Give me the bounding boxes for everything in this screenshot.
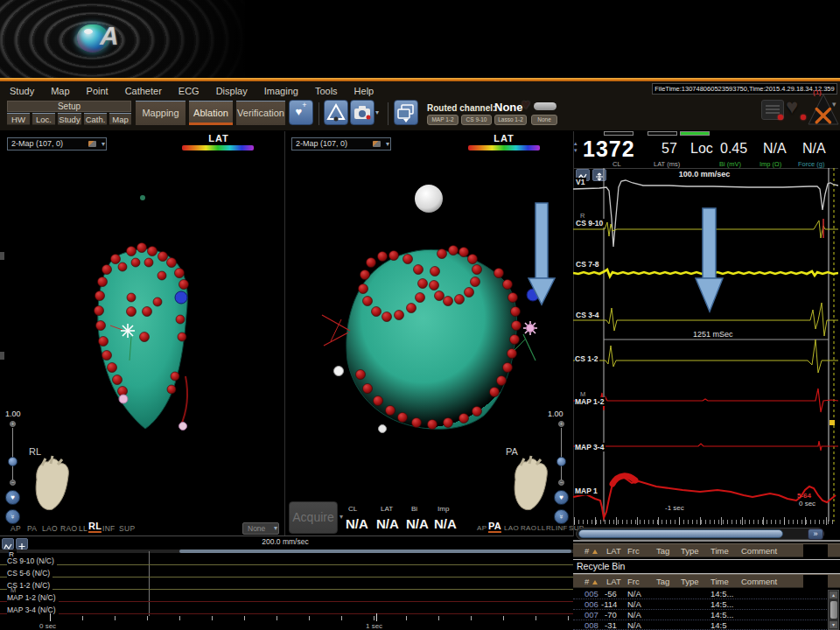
routed-option-cs910[interactable]: CS 9-10 [461,115,492,125]
routed-heart-toggle[interactable] [534,102,556,110]
balloon-catheter-button[interactable] [324,100,348,125]
acquire-button[interactable]: Acquire [289,501,338,534]
col-type[interactable]: Type [681,546,699,556]
point-spinner-down[interactable]: ▾ [574,148,578,153]
zoom-slider-knob-center[interactable] [556,457,566,466]
orient-pa-left[interactable]: PA [27,524,37,533]
orient-sup-left[interactable]: SUP [119,524,135,533]
mapping-mode-button[interactable]: Mapping [136,101,186,125]
setup-cath-button[interactable]: Cath. [84,113,107,125]
review-hscroll-thumb[interactable] [179,550,571,553]
review-tick-1sec [376,613,377,621]
orient-ll-center[interactable]: LL [537,524,546,532]
ecg-hscrollbar-thumb[interactable] [578,529,783,538]
col-type[interactable]: Type [681,577,699,586]
table-vscrollbar-thumb[interactable] [830,601,837,619]
overlay-dropdown-left[interactable]: None ▾ [242,522,279,535]
zoom-slider-track-left[interactable] [12,428,13,482]
orient-ap-center[interactable]: AP [477,524,486,532]
col-frc[interactable]: Frc [627,577,640,586]
zoom-in-button-left[interactable]: + [10,421,16,427]
verification-mode-button[interactable]: Verification [236,101,285,125]
col-lat[interactable]: LAT [606,546,621,556]
table-row[interactable]: 007 -70 N/A 14:5... [573,610,827,620]
orient-ll-left[interactable]: LL [79,524,88,533]
zoom-out-button-left[interactable]: − [10,480,16,486]
col-lat[interactable]: LAT [606,577,621,586]
heart-model-left[interactable] [24,453,70,514]
zoom-in-button-center[interactable]: + [558,421,564,427]
table-row[interactable]: 008 -31 N/A 14:5 [573,620,827,630]
carto-logo-icon[interactable] [808,93,839,126]
col-time[interactable]: Time [710,577,729,586]
orient-inf-center[interactable]: INF [556,524,568,532]
zoom-slider-track-center[interactable] [561,428,562,482]
setup-hw-button[interactable]: HW [7,113,30,125]
menu-help[interactable]: Help [347,83,382,99]
orient-lao-left[interactable]: LAO [42,524,58,533]
orient-lao-center[interactable]: LAO [504,524,519,532]
orient-rl-left-active[interactable]: RL [88,521,102,533]
table-scroll-up-button[interactable]: ▴ [830,592,837,598]
ecg-hscrollbar[interactable] [576,528,824,540]
menu-display[interactable]: Display [209,83,255,99]
orient-pa-center-active[interactable]: PA [488,521,501,533]
menu-catheter[interactable]: Catheter [118,83,169,99]
scroll-view-button-left[interactable]: » [5,509,20,524]
menu-tools[interactable]: Tools [308,83,345,99]
patient-heart-status-icon[interactable]: ♥ [786,94,798,119]
menu-study[interactable]: Study [3,83,41,99]
points-table-header[interactable]: # LAT Frc Tag Type Time Comment [573,543,840,557]
snapshot-button[interactable] [350,100,374,125]
orient-ap-left[interactable]: AP [10,524,21,533]
table-row[interactable]: 005 -56 N/A 14:5... [573,589,827,599]
chevron-down-icon: ▾ [274,523,277,534]
setup-study-button[interactable]: Study [58,113,81,125]
col-time[interactable]: Time [710,546,729,556]
heart-view-button-left[interactable]: ♥ [5,490,20,505]
recycle-table-header[interactable]: # LAT Frc Tag Type Time Comment [573,574,840,588]
menu-ecg[interactable]: ECG [172,83,206,99]
scroll-view-button-center[interactable]: » [554,509,569,524]
zoom-slider-knob-left[interactable] [8,457,18,466]
acquire-menu-chevron-icon[interactable]: ▾ [340,513,343,521]
review-trace-map12 [0,601,573,602]
col-comment[interactable]: Comment [741,577,777,586]
zoom-out-button-center[interactable]: − [558,480,564,486]
orient-rao-center[interactable]: RAO [521,524,536,532]
col-tag[interactable]: Tag [656,546,669,556]
heart-model-center[interactable] [503,453,549,514]
table-row[interactable]: 006 -114 N/A 14:5... [573,599,827,610]
point-spinner-up[interactable]: ▴ [574,141,578,146]
lat-value: 57 [662,141,677,157]
col-frc[interactable]: Frc [627,546,640,556]
col-comment[interactable]: Comment [741,546,777,556]
logo-menu-chevron-icon[interactable]: ▾ [832,100,836,108]
orient-rao-left[interactable]: RAO [60,524,77,533]
orient-inf-left[interactable]: INF [102,524,116,533]
col-tag[interactable]: Tag [656,577,669,586]
table-scroll-down-button[interactable]: ▾ [830,621,837,628]
menu-map[interactable]: Map [44,83,76,99]
ablation-mode-button[interactable]: Ablation [189,101,233,125]
map-3d-view-center[interactable] [284,131,573,500]
routed-option-none[interactable]: None [531,115,557,125]
setup-map-button[interactable]: Map [109,113,131,125]
screen-layout-button[interactable] [394,100,418,125]
heart-plus-button[interactable]: ♥+ [289,100,313,125]
routed-option-map12[interactable]: MAP 1-2 [427,115,458,125]
setup-loc-button[interactable]: Loc. [32,113,55,125]
col-id[interactable]: # [584,577,589,586]
orient-rl-center[interactable]: RL [546,524,556,532]
ecg-scroll-right-button[interactable]: » [808,528,823,540]
routed-heart-icon[interactable]: ♥ [522,96,530,114]
menu-point[interactable]: Point [80,83,116,99]
heart-view-button-center[interactable]: ♥ [554,490,569,505]
routed-option-lasso12[interactable]: Lasso 1-2 [494,115,527,125]
review-hscroll-track[interactable] [0,550,573,553]
table-vscrollbar[interactable]: ▴ ▾ [828,590,839,630]
ecg-signal-area[interactable] [573,168,838,527]
menu-imaging[interactable]: Imaging [257,83,305,99]
snapshot-menu-chevron-icon[interactable]: ▾ [375,108,379,116]
col-id[interactable]: # [584,546,589,556]
